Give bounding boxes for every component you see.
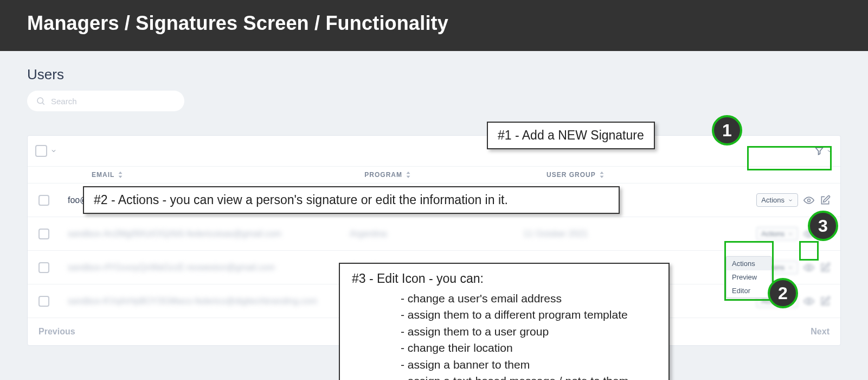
callout-edit-icon: #3 - Edit Icon - you can: change a user'…: [339, 263, 670, 380]
chevron-down-icon: [826, 148, 833, 154]
svg-point-12: [808, 300, 811, 302]
svg-marker-3: [119, 172, 123, 174]
edit-icon[interactable]: [820, 262, 831, 273]
col-user-group[interactable]: USER GROUP: [546, 171, 605, 179]
row-checkbox[interactable]: [38, 229, 49, 239]
edit-icon[interactable]: [820, 296, 831, 307]
search-field[interactable]: [27, 91, 184, 111]
svg-marker-5: [407, 172, 410, 174]
preview-icon[interactable]: [803, 262, 814, 273]
callout-edit-lead: #3 - Edit Icon - you can:: [352, 271, 657, 286]
actions-dropdown[interactable]: Actions: [756, 193, 798, 207]
actions-menu-head: Actions: [726, 257, 771, 270]
edit-icon[interactable]: [820, 195, 831, 206]
next-button[interactable]: Next: [811, 327, 830, 337]
col-email[interactable]: EMAIL: [92, 171, 123, 179]
header-bar: Managers / Signatures Screen / Functiona…: [0, 0, 868, 51]
cell-user-group[interactable]: 11 October 2021: [523, 229, 708, 239]
callout-edit-item: assign a banner to them: [401, 357, 657, 373]
search-icon: [36, 96, 46, 106]
chevron-down-icon: [788, 231, 793, 237]
annotation-badge-2: 2: [768, 278, 798, 308]
search-input[interactable]: [51, 97, 176, 106]
preview-icon[interactable]: [803, 195, 814, 206]
annotation-badge-3: 3: [808, 211, 838, 241]
svg-point-0: [37, 98, 43, 104]
sort-icon: [599, 172, 605, 178]
chevron-down-icon: [788, 265, 793, 270]
filter-dropdown[interactable]: [814, 146, 833, 156]
page-body: Users #1 - Add a NEW Signature #2 - Acti…: [0, 51, 868, 346]
cell-email: sandbox-KVqArHpBOY3GMwco-federico@digite…: [68, 296, 350, 306]
annotation-badge-1: 1: [712, 115, 742, 145]
col-program[interactable]: PROGRAM: [364, 171, 411, 179]
filter-icon: [814, 146, 824, 156]
actions-menu-editor[interactable]: Editor: [726, 284, 771, 297]
row-checkbox[interactable]: [38, 195, 49, 206]
svg-marker-8: [600, 176, 603, 178]
cell-email: sandbox-rfYGvvoyQvWaGccE-rexweston@gmail…: [68, 263, 350, 273]
chevron-down-icon[interactable]: [50, 148, 57, 154]
callout-edit-item: change a user's email address: [401, 290, 657, 307]
callout-edit-item: assign them to a user group: [401, 324, 657, 340]
select-all-checkbox[interactable]: [35, 145, 47, 157]
prev-button[interactable]: Previous: [38, 327, 75, 337]
callout-edit-item: change their location: [401, 340, 657, 356]
actions-menu-preview[interactable]: Preview: [726, 270, 771, 284]
cell-email: sandbox-An2Mg09XzIOGjXb5-federicoisas@gm…: [68, 229, 350, 239]
callout-edit-item: assign a text-based message / note to th…: [401, 373, 657, 380]
callout-add-signature: #1 - Add a NEW Signature: [487, 122, 655, 149]
section-heading: Users: [27, 66, 841, 83]
column-headers: EMAIL PROGRAM USER GROUP: [28, 166, 840, 183]
svg-point-9: [808, 199, 811, 201]
svg-marker-4: [119, 176, 123, 178]
sort-icon: [406, 172, 411, 178]
svg-point-11: [808, 266, 811, 269]
table-row: sandbox-An2Mg09XzIOGjXb5-federicoisas@gm…: [28, 217, 840, 251]
row-checkbox[interactable]: [38, 296, 49, 307]
svg-marker-6: [407, 176, 410, 178]
chevron-down-icon: [788, 198, 793, 203]
callout-actions: #2 - Actions - you can view a person's s…: [83, 186, 620, 214]
cell-program[interactable]: Argentina: [350, 229, 523, 239]
sort-icon: [118, 172, 123, 178]
callout-edit-item: assign them to a different program templ…: [401, 307, 657, 323]
page-title: Managers / Signatures Screen / Functiona…: [27, 12, 841, 35]
svg-marker-2: [815, 148, 823, 155]
actions-dropdown[interactable]: Actions: [756, 227, 798, 240]
actions-menu-open: Actions Preview Editor: [726, 256, 771, 298]
svg-line-1: [42, 103, 44, 104]
row-checkbox[interactable]: [38, 262, 49, 273]
preview-icon[interactable]: [803, 296, 814, 307]
svg-marker-7: [600, 172, 603, 174]
